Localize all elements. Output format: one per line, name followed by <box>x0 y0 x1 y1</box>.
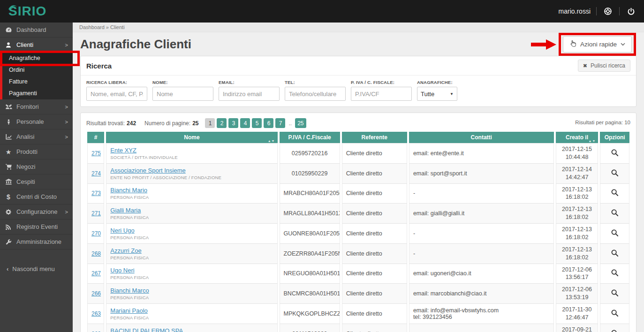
sirio-logo[interactable]: SIRIO <box>0 5 46 18</box>
sidebar-item-dashboard[interactable]: Dashboard <box>0 23 73 38</box>
row-search-icon[interactable] <box>611 229 619 237</box>
email-input[interactable] <box>219 87 280 101</box>
page-button-25[interactable]: 25 <box>295 118 306 128</box>
sidebar-item-registro-eventi[interactable]: Registro Eventi <box>0 219 73 234</box>
row-search-icon[interactable] <box>611 289 619 297</box>
referente-cell: Cliente diretto <box>342 324 407 332</box>
row-search-icon[interactable] <box>611 249 619 257</box>
row-search-icon[interactable] <box>611 189 619 196</box>
row-search-icon[interactable] <box>611 309 619 317</box>
row-id-link[interactable]: 270 <box>91 230 101 237</box>
row-search-icon[interactable] <box>611 329 619 332</box>
sidebar-item-clienti[interactable]: Clienti > <box>0 38 73 53</box>
field-tel: TEL: <box>285 80 346 101</box>
row-id-link[interactable]: 267 <box>91 270 101 277</box>
row-search-icon[interactable] <box>611 209 619 217</box>
created-cell: 2017-12-1316:18:02 <box>556 244 599 264</box>
sort-icon[interactable]: ▲▼ <box>589 139 596 143</box>
sidebar-item-ordini[interactable]: Ordini <box>2 64 73 76</box>
row-search-icon[interactable] <box>611 269 619 277</box>
sidebar-item-analisi[interactable]: Analisi > <box>0 129 73 144</box>
page-button-1[interactable]: 1 <box>205 118 215 128</box>
chevron-right-icon: > <box>65 119 68 125</box>
field-label: P. IVA / C. FISCALE: <box>351 80 412 85</box>
row-search-icon[interactable] <box>611 149 619 157</box>
page-button-7[interactable]: 7 <box>275 118 285 128</box>
row-id-link[interactable]: 275 <box>91 150 101 157</box>
row-id-link[interactable]: 266 <box>91 290 101 297</box>
search-panel: Ricerca ✖ Pulisci ricerca RICERCA LIBERA… <box>80 56 636 107</box>
quick-actions-button[interactable]: Azioni rapide <box>563 36 632 53</box>
results-panel: Risultati trovati: 242 Numero di pagine:… <box>80 113 636 332</box>
anagrafiche-select[interactable]: Tutte ▼ <box>417 87 457 101</box>
hide-menu-button[interactable]: ‹ Nascondi menu <box>0 261 73 277</box>
row-search-icon[interactable] <box>611 169 619 177</box>
page-button-5[interactable]: 5 <box>252 118 262 128</box>
sort-icon[interactable]: ▲▼ <box>268 139 275 143</box>
piva-cell: MPKQKGOPLBHCZZYL <box>280 304 340 324</box>
clear-search-button[interactable]: ✖ Pulisci ricerca <box>578 60 630 72</box>
client-name-link[interactable]: Bianchi Mario <box>110 187 147 194</box>
page-button-3[interactable]: 3 <box>228 118 238 128</box>
col-header-opzioni: Opzioni <box>600 132 629 143</box>
sidebar-item-label: Registro Eventi <box>16 223 58 230</box>
created-cell: 2017-12-1414:42:47 <box>556 164 599 184</box>
row-id-link[interactable]: 274 <box>91 170 101 177</box>
sidebar-item-personale[interactable]: Personale > <box>0 114 73 129</box>
contatti-cell: email: info@email-vbswtyhs.comtel: 39212… <box>409 304 554 324</box>
username[interactable]: mario.rossi <box>559 8 591 15</box>
cart-icon <box>5 163 12 170</box>
client-name-link[interactable]: Azzurri Zoe <box>110 247 141 254</box>
sidebar-item-negozi[interactable]: Negozi <box>0 159 73 174</box>
sidebar-item-cespiti[interactable]: Cespiti <box>0 174 73 189</box>
logout-power-icon[interactable] <box>625 6 636 17</box>
contatti-cell: email: marcobianchi@ciao.it <box>409 284 554 304</box>
name-input[interactable] <box>152 87 213 101</box>
client-name-link[interactable]: Associazione Sport Insieme <box>110 167 185 174</box>
row-id-link[interactable]: 271 <box>91 210 101 217</box>
sidebar-item-fatture[interactable]: Fatture <box>2 76 73 88</box>
selected-value: Tutte <box>421 91 434 98</box>
chevron-down-icon <box>621 43 625 46</box>
page-button-2[interactable]: 2 <box>217 118 227 128</box>
client-name-link[interactable]: Bianchi Marco <box>110 287 149 294</box>
col-header-creato[interactable]: Creato il ▲▼ <box>556 132 599 143</box>
sidebar-item-amministrazione[interactable]: Amministrazione <box>0 234 73 249</box>
client-name-link[interactable]: Mariani Paolo <box>110 307 148 314</box>
client-type-label: PERSONA FISICA <box>110 295 273 300</box>
help-lifering-icon[interactable] <box>602 6 614 17</box>
created-cell: 2017-12-1316:18:02 <box>556 204 599 224</box>
sidebar-item-fornitori[interactable]: Fornitori > <box>0 99 73 114</box>
contatti-cell: email: sport@sport.it <box>409 164 554 184</box>
client-name-link[interactable]: Gialli Maria <box>110 207 141 214</box>
created-cell: 2017-09-2110:45:12 <box>556 324 599 332</box>
page-button-4[interactable]: 4 <box>240 118 250 128</box>
divider <box>596 7 597 15</box>
sidebar-item-label: Fornitori <box>16 103 39 110</box>
page-button-6[interactable]: 6 <box>264 118 273 128</box>
breadcrumb[interactable]: Dashboard » Clienti <box>73 23 644 32</box>
client-name-link[interactable]: BACINI DI PALERMO SPA <box>110 327 183 332</box>
sidebar-item-label: Prodotti <box>16 148 38 155</box>
phone-input[interactable] <box>285 87 346 101</box>
client-name-link[interactable]: Ugo Neri <box>110 267 134 274</box>
col-header-nome[interactable]: Nome ▲▼ <box>106 132 277 143</box>
sidebar-item-prodotti[interactable]: ★ Prodotti <box>0 144 73 159</box>
sidebar-item-anagrafiche[interactable]: Anagrafiche <box>2 53 73 64</box>
referente-cell: Cliente diretto <box>342 184 407 204</box>
row-id-link[interactable]: 262 <box>91 331 101 332</box>
free-search-input[interactable] <box>86 87 147 101</box>
sidebar-item-centri-di-costo[interactable]: $ Centri di Costo <box>0 189 73 204</box>
client-name-link[interactable]: Ente XYZ <box>110 147 136 154</box>
sidebar-item-configurazione[interactable]: Configurazione > <box>0 204 73 219</box>
client-name-link[interactable]: Neri Ugo <box>110 227 134 234</box>
contatti-cell: - <box>409 184 554 204</box>
row-id-link[interactable]: 268 <box>91 250 101 257</box>
piva-input[interactable] <box>351 87 412 101</box>
row-id-link[interactable]: 263 <box>91 310 101 317</box>
main-content: Dashboard » Clienti Anagrafiche Clienti … <box>73 23 644 332</box>
row-id-link[interactable]: 273 <box>91 190 101 196</box>
sidebar-item-pagamenti[interactable]: Pagamenti <box>2 88 73 99</box>
hide-menu-label: Nascondi menu <box>12 265 54 272</box>
clear-search-label: Pulisci ricerca <box>591 62 625 69</box>
